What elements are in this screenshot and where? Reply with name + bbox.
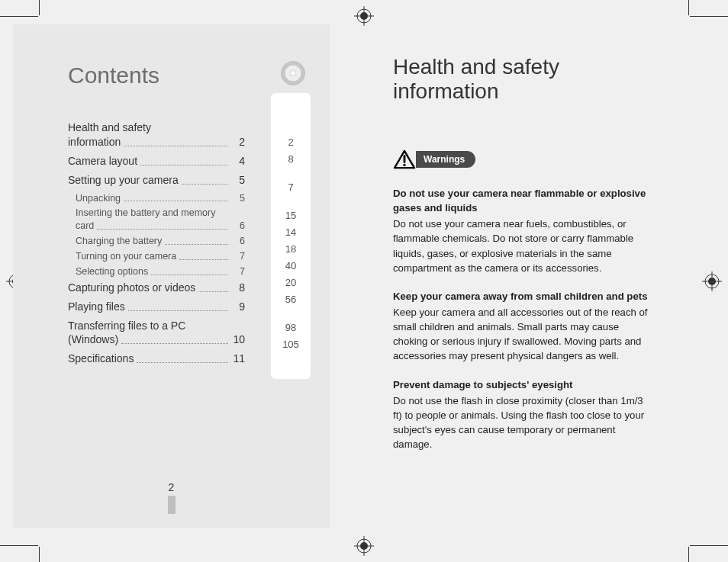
disc-icon [281,61,305,85]
side-number-column: 28 7 151418402056 98105 [271,93,311,379]
toc-entry: Unpacking5 [68,192,245,205]
crop-mark [0,545,38,546]
page-title: Health and safety information [393,55,654,104]
safety-section: Do not use your camera near flammable or… [393,186,654,275]
safety-section: Keep your camera away from small childre… [393,289,654,364]
toc-entry: Selecting options7 [68,265,245,278]
registration-mark-icon [702,271,722,291]
page-tab [168,496,176,514]
side-number [271,311,311,321]
safety-section: Prevent damage to subjects' eyesightDo n… [393,377,654,452]
side-number: 2 [271,137,311,147]
side-number: 14 [271,227,311,237]
crop-mark [39,547,40,562]
side-number: 40 [271,261,311,271]
toc-entry: Turning on your camera7 [68,250,245,263]
toc-entry: Transferring files to a PC(Windows)10 [68,319,245,348]
side-number: 56 [271,294,311,304]
toc-entry: Health and safetyinformation2 [68,120,245,149]
side-number: 8 [271,154,311,164]
section-body: Do not use the flash in close proximity … [393,395,644,450]
side-number: 18 [271,244,311,254]
toc-entry: Capturing photos or videos8 [68,281,245,295]
section-body: Keep your camera and all accessories out… [393,307,648,361]
toc-entry: Setting up your camera5 [68,173,245,188]
crop-mark [690,545,728,546]
warnings-label: Warnings [416,151,475,168]
crop-mark [688,547,689,562]
side-number: 15 [271,210,311,220]
side-number: 98 [271,323,311,332]
side-number [271,199,311,209]
page-number: 2 [169,481,175,493]
svg-point-17 [403,164,405,166]
toc-entry: Charging the battery6 [68,235,245,248]
crop-mark [688,0,689,15]
toc-entry: Camera layout4 [68,154,245,169]
section-heading: Do not use your camera near flammable or… [393,186,654,215]
crop-mark [39,0,40,15]
side-number: 20 [271,278,311,287]
side-number [271,171,311,181]
section-heading: Prevent damage to subjects' eyesight [393,377,654,392]
toc-entry: Inserting the battery and memorycard6 [68,207,245,233]
side-number: 105 [271,339,311,349]
section-heading: Keep your camera away from small childre… [393,289,654,303]
section-body: Do not use your camera near fuels, combu… [393,218,633,273]
crop-mark [690,16,728,17]
warnings-badge: Warnings [393,149,654,169]
crop-mark [0,16,38,17]
contents-panel: Contents Health and safetyinformation2Ca… [13,24,330,528]
table-of-contents: Health and safetyinformation2Camera layo… [68,120,245,366]
toc-entry: Specifications11 [68,352,245,366]
contents-heading: Contents [68,63,307,88]
warning-triangle-icon [393,149,416,169]
toc-entry: Playing files9 [68,300,245,314]
side-number: 7 [271,182,311,192]
